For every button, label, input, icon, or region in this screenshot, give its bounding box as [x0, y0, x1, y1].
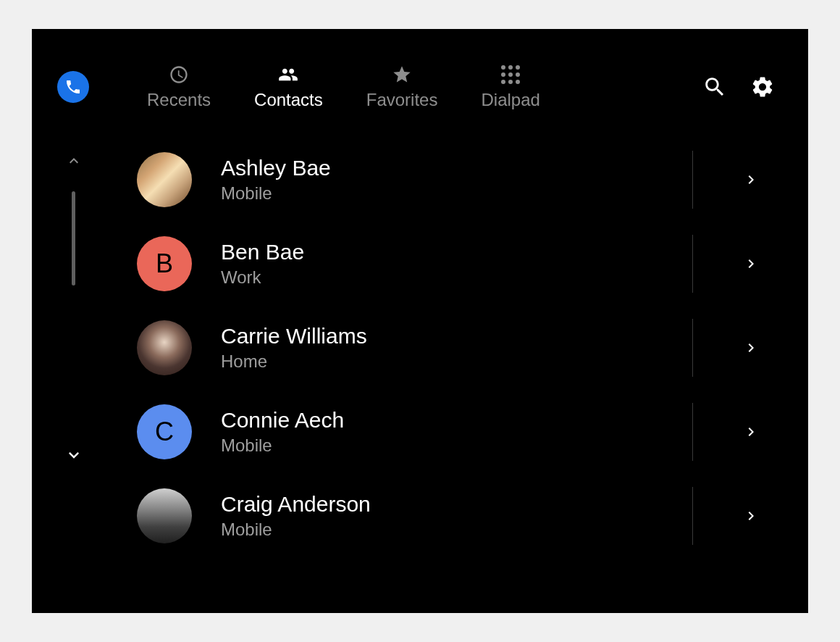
- scroll-down-button[interactable]: [64, 445, 84, 468]
- contact-name: Ben Bae: [221, 240, 304, 264]
- avatar: [137, 152, 192, 207]
- chevron-up-icon: [65, 152, 83, 170]
- contact-name: Craig Anderson: [221, 492, 371, 517]
- star-icon: [391, 64, 413, 86]
- contact-info: Craig AndersonMobile: [221, 492, 371, 540]
- contact-detail-button[interactable]: [692, 319, 808, 377]
- avatar: [137, 488, 192, 543]
- contact-type: Mobile: [221, 183, 331, 204]
- avatar: [137, 320, 192, 375]
- contact-row[interactable]: Carrie WilliamsHome: [115, 306, 808, 390]
- contact-main[interactable]: Carrie WilliamsHome: [115, 320, 692, 375]
- contact-main[interactable]: Craig AndersonMobile: [115, 488, 692, 543]
- contact-info: Carrie WilliamsHome: [221, 324, 367, 372]
- scroll-indicator: [32, 138, 115, 613]
- contact-row[interactable]: CConnie AechMobile: [115, 390, 808, 474]
- content-area: Ashley BaeMobileBBen BaeWorkCarrie Willi…: [32, 116, 808, 613]
- contact-info: Connie AechMobile: [221, 408, 344, 456]
- top-actions: [702, 74, 776, 100]
- chevron-right-icon: [742, 423, 760, 441]
- contact-row[interactable]: Craig AndersonMobile: [115, 474, 808, 558]
- tab-label: Dialpad: [481, 90, 539, 110]
- contact-main[interactable]: CConnie AechMobile: [115, 404, 692, 459]
- contact-info: Ben BaeWork: [221, 240, 304, 288]
- chevron-down-icon: [64, 445, 84, 465]
- clock-icon: [168, 64, 190, 86]
- tab-dialpad[interactable]: Dialpad: [459, 64, 561, 110]
- search-button[interactable]: [702, 74, 728, 100]
- chevron-right-icon: [742, 507, 760, 525]
- contact-detail-button[interactable]: [692, 403, 808, 461]
- avatar: C: [137, 404, 192, 459]
- tab-label: Recents: [147, 90, 211, 110]
- contact-main[interactable]: Ashley BaeMobile: [115, 152, 692, 207]
- settings-button[interactable]: [749, 74, 776, 100]
- search-icon: [702, 75, 727, 99]
- gear-icon: [750, 75, 775, 99]
- contact-type: Work: [221, 267, 304, 288]
- chevron-right-icon: [742, 255, 760, 272]
- contact-name: Connie Aech: [221, 408, 344, 433]
- contact-row[interactable]: BBen BaeWork: [115, 222, 808, 306]
- contact-detail-button[interactable]: [692, 487, 808, 545]
- phone-app-icon[interactable]: [57, 71, 89, 103]
- contact-info: Ashley BaeMobile: [221, 156, 331, 204]
- chevron-right-icon: [742, 171, 760, 188]
- contact-detail-button[interactable]: [692, 235, 808, 293]
- top-bar: Recents Contacts Favorites: [32, 29, 808, 116]
- tab-label: Contacts: [254, 90, 323, 110]
- contact-main[interactable]: BBen BaeWork: [115, 236, 692, 291]
- phone-app: Recents Contacts Favorites: [32, 29, 808, 613]
- tabs-bar: Recents Contacts Favorites: [125, 64, 702, 110]
- contact-name: Carrie Williams: [221, 324, 367, 349]
- avatar: B: [137, 236, 192, 291]
- contacts-list[interactable]: Ashley BaeMobileBBen BaeWorkCarrie Willi…: [115, 138, 808, 613]
- tab-favorites[interactable]: Favorites: [345, 64, 460, 110]
- people-icon: [277, 64, 299, 86]
- contact-row[interactable]: Ashley BaeMobile: [115, 138, 808, 222]
- contact-name: Ashley Bae: [221, 156, 331, 180]
- dialpad-icon: [500, 64, 521, 86]
- scroll-up-button[interactable]: [65, 152, 83, 170]
- contact-type: Mobile: [221, 520, 371, 540]
- tab-label: Favorites: [366, 90, 438, 110]
- scrollbar-thumb[interactable]: [72, 191, 75, 285]
- tab-recents[interactable]: Recents: [125, 64, 232, 110]
- contact-type: Mobile: [221, 435, 344, 456]
- contact-detail-button[interactable]: [692, 151, 808, 209]
- tab-contacts[interactable]: Contacts: [232, 64, 345, 110]
- chevron-right-icon: [742, 339, 760, 357]
- contact-type: Home: [221, 351, 367, 372]
